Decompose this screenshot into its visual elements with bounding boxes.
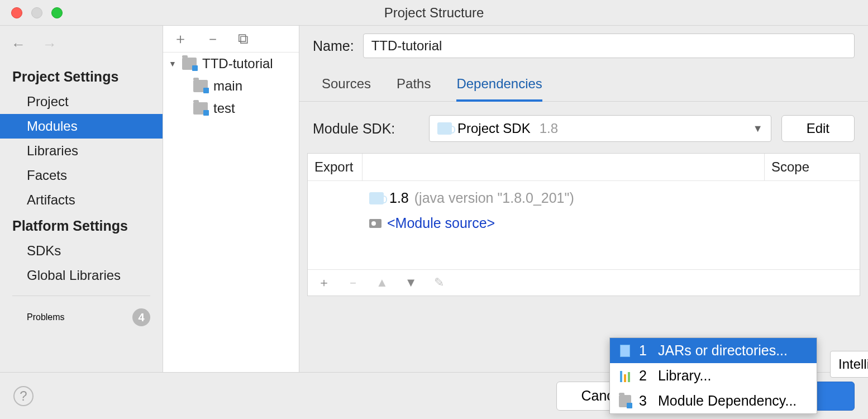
sidebar-item-project[interactable]: Project (0, 89, 163, 114)
move-down-icon[interactable]: ▼ (405, 275, 417, 290)
col-export: Export (308, 154, 363, 180)
tree-node-test[interactable]: test (163, 97, 299, 120)
edit-sdk-button[interactable]: Edit (781, 115, 855, 142)
popup-num: 2 (639, 368, 650, 384)
remove-dependency-icon: － (347, 274, 359, 291)
dep-name: <Module source> (387, 215, 495, 231)
section-project-settings: Project Settings (0, 63, 163, 89)
problems-label: Problems (27, 312, 65, 322)
sdk-name: Project SDK (457, 121, 531, 136)
java-icon (369, 192, 384, 204)
popup-num: 3 (639, 393, 650, 409)
module-folder-icon (182, 58, 197, 70)
tab-sources[interactable]: Sources (322, 70, 371, 101)
sidebar-item-global-libraries[interactable]: Global Libraries (0, 263, 163, 288)
sidebar-item-modules[interactable]: Modules (0, 114, 163, 139)
module-folder-icon (193, 102, 208, 115)
dependency-row-sdk[interactable]: 1.8 (java version "1.8.0_201") (308, 185, 860, 211)
minimize-icon (31, 7, 42, 18)
divider (12, 296, 150, 296)
popup-item-jars[interactable]: 1 JARs or directories... (610, 338, 817, 363)
dep-detail: (java version "1.8.0_201") (414, 190, 574, 206)
module-sdk-select[interactable]: Project SDK 1.8 ▼ (429, 115, 771, 142)
titlebar: Project Structure (0, 0, 868, 26)
name-input[interactable] (363, 34, 855, 58)
forward-icon: → (42, 36, 57, 53)
detail-panel: Name: Sources Paths Dependencies Module … (299, 26, 868, 372)
move-up-icon: ▲ (376, 275, 388, 290)
help-icon[interactable]: ? (13, 386, 34, 406)
sdk-version: 1.8 (540, 121, 558, 136)
window-title: Project Structure (0, 5, 868, 21)
dep-name: 1.8 (389, 190, 409, 206)
dependency-row-module-source[interactable]: <Module source> (308, 211, 860, 236)
disclosure-icon[interactable]: ▼ (169, 59, 177, 68)
module-folder-icon (193, 80, 208, 92)
sidebar-item-libraries[interactable]: Libraries (0, 139, 163, 163)
popup-label: Library... (658, 368, 711, 384)
tree-root-label: TTD-tutorial (202, 56, 273, 72)
remove-icon[interactable]: － (206, 29, 220, 49)
close-icon[interactable] (11, 7, 22, 18)
copy-icon[interactable]: ⧉ (238, 30, 249, 47)
sidebar-item-sdks[interactable]: SDKs (0, 239, 163, 263)
add-dependency-icon[interactable]: ＋ (318, 274, 330, 291)
library-icon (619, 370, 631, 382)
tree-child-label: test (213, 101, 235, 116)
edit-dependency-icon: ✎ (434, 275, 444, 290)
add-icon[interactable]: ＋ (173, 29, 188, 49)
col-scope: Scope (765, 154, 860, 180)
archive-icon (619, 345, 631, 357)
module-sdk-label: Module SDK: (313, 121, 419, 137)
add-dependency-popup: 1 JARs or directories... 2 Library... 3 … (609, 337, 817, 414)
storage-format-select[interactable]: IntelliJ IDEA (.iml) ▼ (830, 351, 868, 378)
tab-paths[interactable]: Paths (397, 70, 431, 101)
section-platform-settings: Platform Settings (0, 212, 163, 239)
sidebar-item-artifacts[interactable]: Artifacts (0, 188, 163, 212)
popup-item-module-dependency[interactable]: 3 Module Dependency... (610, 388, 817, 413)
storage-value: IntelliJ IDEA (.iml) (838, 356, 868, 372)
dependencies-table: Export Scope 1.8 (java version "1.8.0_20… (307, 153, 860, 296)
problems-badge: 4 (132, 308, 150, 326)
tab-dependencies[interactable]: Dependencies (456, 70, 542, 102)
col-name (363, 154, 765, 180)
popup-label: JARs or directories... (658, 342, 788, 359)
zoom-icon[interactable] (51, 7, 63, 18)
popup-num: 1 (639, 342, 650, 359)
module-folder-icon (619, 395, 631, 407)
module-tabs: Sources Paths Dependencies (299, 66, 868, 102)
tree-node-root[interactable]: ▼ TTD-tutorial (163, 53, 299, 75)
popup-item-library[interactable]: 2 Library... (610, 363, 817, 388)
module-tree: ＋ － ⧉ ▼ TTD-tutorial main test (163, 26, 299, 372)
sidebar-item-facets[interactable]: Facets (0, 163, 163, 188)
name-label: Name: (313, 38, 354, 54)
source-icon (369, 219, 381, 228)
java-icon (437, 122, 452, 135)
back-icon[interactable]: ← (11, 36, 26, 53)
sidebar: ← → Project Settings Project Modules Lib… (0, 26, 163, 372)
window-controls (0, 7, 63, 18)
tree-child-label: main (213, 78, 242, 94)
tree-node-main[interactable]: main (163, 75, 299, 97)
popup-label: Module Dependency... (658, 393, 797, 409)
chevron-down-icon: ▼ (753, 123, 763, 135)
sidebar-item-problems[interactable]: Problems 4 (0, 304, 163, 331)
